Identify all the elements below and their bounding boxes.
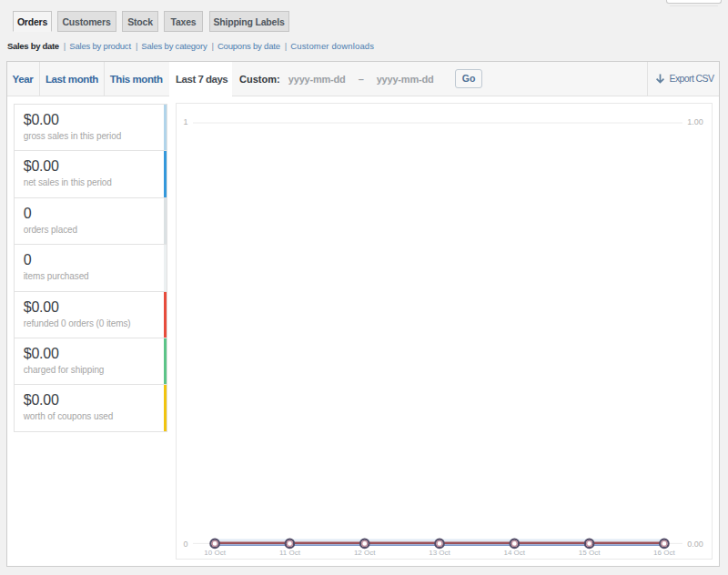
svg-text:0.00: 0.00 [687, 540, 703, 549]
svg-text:0: 0 [183, 540, 187, 549]
svg-text:15 Oct: 15 Oct [578, 549, 600, 557]
svg-text:1: 1 [183, 117, 187, 126]
svg-text:16 Oct: 16 Oct [653, 549, 675, 557]
svg-text:10 Oct: 10 Oct [204, 549, 226, 557]
svg-text:13 Oct: 13 Oct [429, 549, 450, 557]
svg-text:14 Oct: 14 Oct [503, 549, 525, 557]
svg-text:1.00: 1.00 [687, 117, 703, 126]
svg-text:12 Oct: 12 Oct [353, 549, 375, 557]
svg-text:11 Oct: 11 Oct [278, 549, 300, 557]
